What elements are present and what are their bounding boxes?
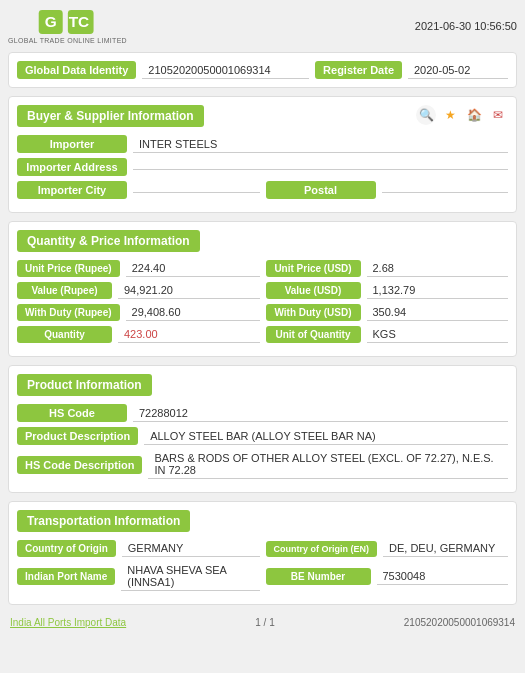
with-duty-rupee-pair: With Duty (Rupee) 29,408.60 (17, 304, 260, 321)
product-title: Product Information (17, 374, 152, 396)
quantity-row: Quantity 423.00 Unit of Quantity KGS (17, 326, 508, 343)
identity-row: Global Data Identity 2105202005000106931… (17, 61, 508, 79)
identity-label: Global Data Identity (17, 61, 136, 79)
with-duty-usd-value: 350.94 (367, 304, 509, 321)
quantity-value: 423.00 (118, 326, 260, 343)
footer-left[interactable]: India All Ports Import Data (10, 617, 126, 628)
star-icon[interactable]: ★ (440, 105, 460, 125)
country-origin-value: GERMANY (122, 540, 260, 557)
importer-value: INTER STEELS (133, 136, 508, 153)
hs-code-desc-row: HS Code Description BARS & RODS OF OTHER… (17, 450, 508, 479)
footer-page: 1 / 1 (255, 617, 274, 628)
indian-port-label: Indian Port Name (17, 568, 115, 585)
unit-of-quantity-label: Unit of Quantity (266, 326, 361, 343)
importer-address-label: Importer Address (17, 158, 127, 176)
importer-address-value (133, 165, 508, 170)
header: G TC GLOBAL TRADE ONLINE LIMITED 2021-06… (8, 8, 517, 44)
importer-city-value (133, 188, 260, 193)
value-rupee-pair: Value (Rupee) 94,921.20 (17, 282, 260, 299)
postal-label: Postal (266, 181, 376, 199)
unit-price-usd-value: 2.68 (367, 260, 509, 277)
identity-value: 21052020050001069314 (142, 62, 309, 79)
footer-id: 21052020050001069314 (404, 617, 515, 628)
svg-text:G: G (45, 13, 57, 30)
importer-city-label: Importer City (17, 181, 127, 199)
unit-of-quantity-value: KGS (367, 326, 509, 343)
timestamp: 2021-06-30 10:56:50 (415, 20, 517, 32)
with-duty-usd-pair: With Duty (USD) 350.94 (266, 304, 509, 321)
be-number-pair: BE Number 7530048 (266, 562, 509, 591)
country-origin-en-value: DE, DEU, GERMANY (383, 540, 508, 557)
logo: G TC GLOBAL TRADE ONLINE LIMITED (8, 8, 127, 44)
value-rupee-value: 94,921.20 (118, 282, 260, 299)
be-number-value: 7530048 (377, 568, 509, 585)
global-data-section: Global Data Identity 2105202005000106931… (8, 52, 517, 88)
product-section: Product Information HS Code 72288012 Pro… (8, 365, 517, 493)
country-origin-label: Country of Origin (17, 540, 116, 557)
search-icon[interactable]: 🔍 (416, 105, 436, 125)
email-icon[interactable]: ✉ (488, 105, 508, 125)
buyer-supplier-section: Buyer & Supplier Information 🔍 ★ 🏠 ✉ Imp… (8, 96, 517, 213)
quantity-pair: Quantity 423.00 (17, 326, 260, 343)
unit-price-row: Unit Price (Rupee) 224.40 Unit Price (US… (17, 260, 508, 277)
svg-text:TC: TC (69, 13, 90, 30)
value-usd-pair: Value (USD) 1,132.79 (266, 282, 509, 299)
hs-code-desc-label: HS Code Description (17, 456, 142, 474)
home-icon[interactable]: 🏠 (464, 105, 484, 125)
importer-address-row: Importer Address (17, 158, 508, 176)
product-desc-row: Product Description ALLOY STEEL BAR (ALL… (17, 427, 508, 445)
importer-row: Importer INTER STEELS (17, 135, 508, 153)
main-page: G TC GLOBAL TRADE ONLINE LIMITED 2021-06… (0, 0, 525, 640)
country-origin-en-pair: Country of Origin (EN) DE, DEU, GERMANY (266, 540, 509, 557)
quantity-price-title: Quantity & Price Information (17, 230, 200, 252)
postal-value (382, 188, 509, 193)
unit-of-quantity-pair: Unit of Quantity KGS (266, 326, 509, 343)
hs-code-value: 72288012 (133, 405, 508, 422)
logo-icon: G TC (37, 8, 97, 36)
quantity-label: Quantity (17, 326, 112, 343)
importer-label: Importer (17, 135, 127, 153)
country-origin-row: Country of Origin GERMANY Country of Ori… (17, 540, 508, 557)
footer: India All Ports Import Data 1 / 1 210520… (8, 613, 517, 632)
with-duty-rupee-value: 29,408.60 (126, 304, 260, 321)
country-origin-pair: Country of Origin GERMANY (17, 540, 260, 557)
unit-price-usd-label: Unit Price (USD) (266, 260, 361, 277)
indian-port-value: NHAVA SHEVA SEA (INNSA1) (121, 562, 259, 591)
value-row: Value (Rupee) 94,921.20 Value (USD) 1,13… (17, 282, 508, 299)
indian-port-pair: Indian Port Name NHAVA SHEVA SEA (INNSA1… (17, 562, 260, 591)
with-duty-row: With Duty (Rupee) 29,408.60 With Duty (U… (17, 304, 508, 321)
value-usd-value: 1,132.79 (367, 282, 509, 299)
transportation-title: Transportation Information (17, 510, 190, 532)
hs-code-row: HS Code 72288012 (17, 404, 508, 422)
with-duty-usd-label: With Duty (USD) (266, 304, 361, 321)
quantity-price-section: Quantity & Price Information Unit Price … (8, 221, 517, 357)
importer-city-row: Importer City Postal (17, 181, 508, 199)
country-origin-en-label: Country of Origin (EN) (266, 541, 378, 557)
unit-price-rupee-label: Unit Price (Rupee) (17, 260, 120, 277)
be-number-label: BE Number (266, 568, 371, 585)
product-desc-value: ALLOY STEEL BAR (ALLOY STEEL BAR NA) (144, 428, 508, 445)
unit-price-usd-pair: Unit Price (USD) 2.68 (266, 260, 509, 277)
transportation-section: Transportation Information Country of Or… (8, 501, 517, 605)
hs-code-desc-value: BARS & RODS OF OTHER ALLOY STEEL (EXCL. … (148, 450, 508, 479)
buyer-supplier-title: Buyer & Supplier Information (17, 105, 204, 127)
logo-text: GLOBAL TRADE ONLINE LIMITED (8, 37, 127, 44)
port-be-row: Indian Port Name NHAVA SHEVA SEA (INNSA1… (17, 562, 508, 591)
buyer-icons: 🔍 ★ 🏠 ✉ (416, 105, 508, 125)
value-usd-label: Value (USD) (266, 282, 361, 299)
unit-price-rupee-value: 224.40 (126, 260, 260, 277)
with-duty-rupee-label: With Duty (Rupee) (17, 304, 120, 321)
register-date-label: Register Date (315, 61, 402, 79)
product-desc-label: Product Description (17, 427, 138, 445)
unit-price-rupee-pair: Unit Price (Rupee) 224.40 (17, 260, 260, 277)
value-rupee-label: Value (Rupee) (17, 282, 112, 299)
hs-code-label: HS Code (17, 404, 127, 422)
register-date-value: 2020-05-02 (408, 62, 508, 79)
